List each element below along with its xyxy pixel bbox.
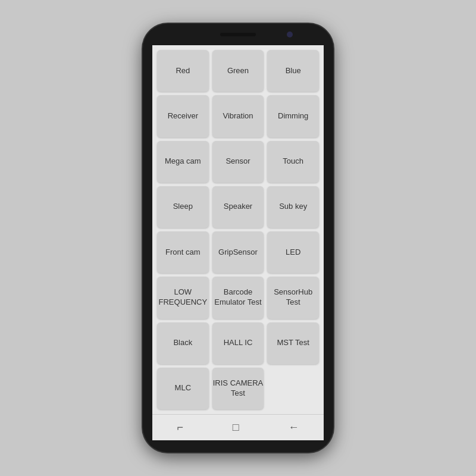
test-button-15[interactable]: LOW FREQUENCY [157,277,209,318]
test-button-4[interactable]: Vibration [212,95,264,137]
test-button-7[interactable]: Sensor [212,141,264,183]
test-button-1[interactable]: Green [212,50,264,92]
button-grid: RedGreenBlueReceiverVibrationDimmingMega… [152,45,324,414]
test-button-2[interactable]: Blue [267,50,319,92]
test-button-17[interactable]: SensorHub Test [267,277,319,318]
recent-apps-button[interactable]: ⌐ [177,421,183,434]
test-button-5[interactable]: Dimming [267,95,319,137]
test-button-3[interactable]: Receiver [157,95,209,137]
test-button-12[interactable]: Front cam [157,231,209,273]
front-camera [287,32,293,37]
test-button-20[interactable]: MST Test [267,322,319,364]
test-button-10[interactable]: Speaker [212,186,264,228]
home-button[interactable]: □ [233,421,239,434]
phone-device: RedGreenBlueReceiverVibrationDimmingMega… [143,24,333,452]
speaker-slot [220,33,256,36]
screen: RedGreenBlueReceiverVibrationDimmingMega… [152,45,324,440]
phone-bottom-bar [143,440,333,452]
test-button-6[interactable]: Mega cam [157,141,209,183]
test-button-22[interactable]: IRIS CAMERA Test [212,368,264,409]
test-button-21[interactable]: MLC [157,368,209,409]
bottom-nav: ⌐ □ ← [152,414,324,440]
test-button-18[interactable]: Black [157,322,209,364]
test-button-0[interactable]: Red [157,50,209,92]
test-button-11[interactable]: Sub key [267,186,319,228]
test-button-13[interactable]: GripSensor [212,231,264,273]
phone-top-bar [143,24,333,45]
test-button-19[interactable]: HALL IC [212,322,264,364]
test-button-9[interactable]: Sleep [157,186,209,228]
test-button-16[interactable]: Barcode Emulator Test [212,277,264,318]
back-button[interactable]: ← [289,421,299,434]
test-button-14[interactable]: LED [267,231,319,273]
test-button-8[interactable]: Touch [267,141,319,183]
